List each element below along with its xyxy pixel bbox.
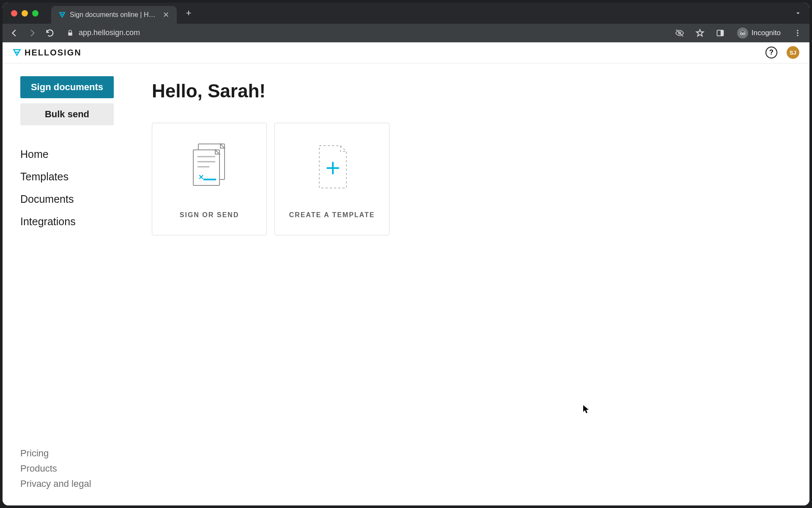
minimize-window-button[interactable] (22, 10, 28, 17)
close-window-button[interactable] (11, 10, 17, 17)
sign-documents-button[interactable]: Sign documents (20, 76, 114, 98)
back-button[interactable] (9, 28, 19, 38)
url-text: app.hellosign.com (79, 28, 140, 37)
sidebar-item-home[interactable]: Home (20, 148, 114, 160)
sign-or-send-card[interactable]: ✕ SIGN OR SEND (152, 123, 267, 235)
tab-title: Sign documents online | HelloS (70, 11, 159, 19)
new-tab-button[interactable]: + (183, 7, 195, 19)
tab-close-icon[interactable]: ✕ (163, 10, 169, 19)
url-bar: app.hellosign.com Incognito (3, 24, 809, 42)
logo-mark-icon (13, 48, 21, 57)
footer-link-products[interactable]: Products (20, 463, 114, 474)
svg-point-3 (741, 33, 743, 35)
bookmark-star-icon[interactable] (695, 28, 705, 38)
hellosign-favicon-icon (59, 11, 66, 18)
sidebar-item-integrations[interactable]: Integrations (20, 215, 114, 228)
browser-tab[interactable]: Sign documents online | HelloS ✕ (51, 6, 177, 24)
sidebar-footer-links: Pricing Products Privacy and legal (20, 228, 114, 493)
svg-point-4 (743, 33, 745, 35)
logo[interactable]: HELLOSIGN (13, 48, 82, 58)
browser-window: Sign documents online | HelloS ✕ + app.h… (3, 3, 809, 505)
address-bar[interactable]: app.hellosign.com (67, 28, 140, 37)
svg-text:✕: ✕ (198, 174, 204, 181)
forward-button[interactable] (27, 28, 37, 38)
incognito-icon (737, 28, 748, 39)
footer-link-privacy[interactable]: Privacy and legal (20, 478, 114, 489)
reload-button[interactable] (45, 28, 55, 38)
greeting: Hello, Sarah! (152, 80, 789, 102)
card-label: SIGN OR SEND (180, 211, 239, 219)
incognito-label: Incognito (752, 29, 781, 37)
sidebar: Sign documents Bulk send Home Templates … (3, 64, 132, 505)
document-stack-icon: ✕ (186, 139, 233, 194)
sidebar-item-documents[interactable]: Documents (20, 193, 114, 205)
card-label: CREATE A TEMPLATE (289, 211, 375, 219)
svg-point-5 (797, 30, 798, 31)
window-controls (11, 10, 38, 17)
help-icon: ? (769, 49, 774, 56)
panel-icon[interactable] (715, 28, 725, 38)
help-button[interactable]: ? (765, 47, 777, 58)
svg-point-7 (797, 35, 798, 36)
action-cards: ✕ SIGN OR SEND (152, 123, 789, 235)
app-header: HELLOSIGN ? SJ (3, 42, 809, 64)
lock-icon (67, 30, 74, 36)
tab-strip: Sign documents online | HelloS ✕ + (51, 3, 195, 24)
incognito-indicator[interactable]: Incognito (737, 28, 781, 39)
create-template-card[interactable]: CREATE A TEMPLATE (274, 123, 390, 235)
sidebar-nav: Home Templates Documents Integrations (20, 148, 114, 228)
bulk-send-button[interactable]: Bulk send (20, 103, 114, 125)
titlebar: Sign documents online | HelloS ✕ + (3, 3, 809, 24)
app-body: Sign documents Bulk send Home Templates … (3, 64, 809, 505)
user-avatar[interactable]: SJ (787, 46, 799, 59)
svg-point-6 (797, 32, 798, 33)
main-content: Hello, Sarah! ✕ (132, 64, 809, 505)
browser-menu-button[interactable] (793, 28, 803, 38)
svg-rect-2 (721, 30, 724, 36)
maximize-window-button[interactable] (32, 10, 38, 17)
logo-text: HELLOSIGN (25, 48, 82, 58)
sidebar-item-templates[interactable]: Templates (20, 171, 114, 183)
new-document-icon (309, 139, 355, 194)
tracking-icon[interactable] (675, 28, 685, 38)
titlebar-dropdown-icon[interactable] (794, 9, 802, 17)
footer-link-pricing[interactable]: Pricing (20, 448, 114, 459)
